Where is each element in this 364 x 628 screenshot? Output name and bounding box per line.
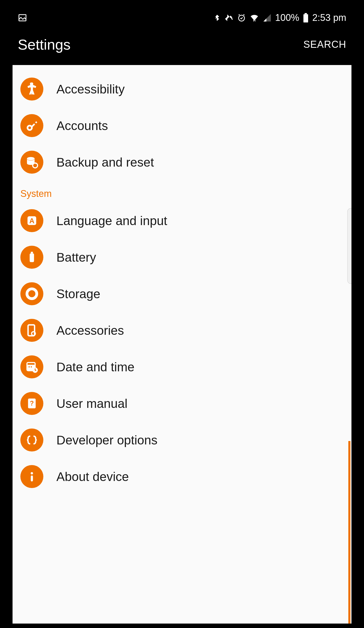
bluetooth-icon bbox=[214, 13, 220, 22]
date-time-icon bbox=[20, 355, 43, 378]
settings-item-user-manual[interactable]: ? User manual bbox=[13, 385, 351, 422]
battery-icon bbox=[20, 246, 43, 269]
item-label: Developer options bbox=[56, 433, 157, 447]
settings-item-developer-options[interactable]: Developer options bbox=[13, 422, 351, 458]
settings-item-storage[interactable]: Storage bbox=[13, 275, 351, 312]
item-label: Accessibility bbox=[56, 82, 125, 96]
backup-reset-icon bbox=[20, 151, 43, 174]
item-label: User manual bbox=[56, 396, 127, 411]
settings-item-language-input[interactable]: A Language and input bbox=[13, 202, 351, 239]
svg-rect-4 bbox=[304, 13, 307, 14]
svg-point-9 bbox=[27, 157, 34, 160]
screenshot-icon bbox=[18, 13, 27, 22]
alarm-icon bbox=[237, 13, 246, 22]
clock-time: 2:53 pm bbox=[312, 12, 346, 23]
item-label: Date and time bbox=[56, 360, 134, 374]
settings-item-accessibility[interactable]: Accessibility bbox=[13, 65, 351, 107]
item-label: Backup and reset bbox=[56, 155, 154, 169]
battery-icon bbox=[303, 13, 309, 22]
svg-rect-23 bbox=[31, 366, 32, 367]
settings-list: Accessibility Accounts Backup and reset … bbox=[13, 65, 351, 624]
page-title: Settings bbox=[18, 36, 71, 53]
item-label: Accounts bbox=[56, 119, 108, 133]
scrollbar[interactable] bbox=[348, 441, 350, 624]
svg-point-27 bbox=[31, 472, 33, 474]
developer-icon bbox=[20, 429, 43, 451]
battery-percent: 100% bbox=[275, 12, 299, 23]
svg-text:?: ? bbox=[30, 400, 34, 407]
vibrate-icon bbox=[224, 13, 233, 22]
settings-item-date-time[interactable]: Date and time bbox=[13, 349, 351, 385]
svg-text:A: A bbox=[29, 217, 34, 225]
item-label: Language and input bbox=[56, 214, 167, 228]
accessibility-icon bbox=[20, 78, 43, 101]
settings-item-accessories[interactable]: Accessories bbox=[13, 312, 351, 349]
section-header-system: System bbox=[13, 180, 351, 202]
svg-rect-14 bbox=[31, 252, 33, 253]
info-icon bbox=[20, 465, 43, 488]
language-icon: A bbox=[20, 209, 43, 232]
settings-item-backup-reset[interactable]: Backup and reset bbox=[13, 144, 351, 180]
edge-panel-handle[interactable] bbox=[347, 208, 351, 284]
svg-rect-13 bbox=[30, 253, 34, 262]
item-label: Storage bbox=[56, 287, 100, 301]
key-icon bbox=[20, 114, 43, 137]
svg-point-10 bbox=[33, 163, 38, 168]
wifi-icon bbox=[250, 13, 259, 22]
user-manual-icon: ? bbox=[20, 392, 43, 415]
signal-icon bbox=[263, 13, 272, 22]
item-label: Battery bbox=[56, 250, 96, 265]
settings-item-accounts[interactable]: Accounts bbox=[13, 107, 351, 144]
svg-rect-3 bbox=[303, 14, 308, 23]
item-label: About device bbox=[56, 469, 129, 484]
settings-item-about-device[interactable]: About device bbox=[13, 458, 351, 495]
accessories-icon bbox=[20, 319, 43, 342]
svg-point-6 bbox=[27, 126, 32, 130]
item-label: Accessories bbox=[56, 323, 124, 338]
svg-rect-22 bbox=[29, 366, 30, 367]
storage-icon bbox=[20, 282, 43, 305]
svg-rect-28 bbox=[31, 476, 33, 482]
settings-item-battery[interactable]: Battery bbox=[13, 239, 351, 275]
status-bar: 100% 2:53 pm bbox=[13, 13, 351, 23]
search-button[interactable]: SEARCH bbox=[303, 39, 346, 50]
app-header: Settings SEARCH bbox=[13, 23, 351, 62]
